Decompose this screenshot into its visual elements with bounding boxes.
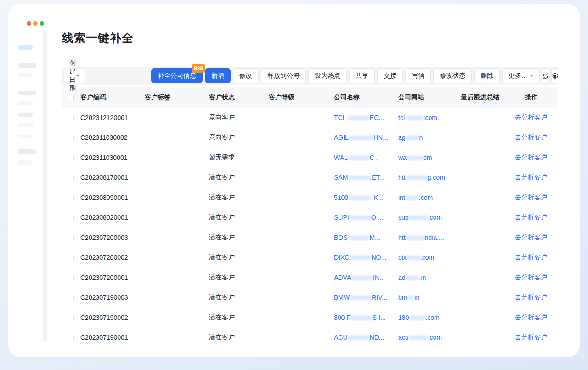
company-name-link[interactable]: 800 FxxxxxxxxS I... bbox=[333, 314, 397, 321]
share-button[interactable]: 共享 bbox=[349, 68, 375, 83]
table-row: C202312120001 意向客户 TCL xxxxxxxxEC... tcl… bbox=[62, 108, 558, 128]
complete-company-info-button[interactable]: 补全公司信息999 bbox=[151, 68, 203, 83]
redacted-text: xxxxxx bbox=[407, 114, 424, 121]
row-checkbox[interactable] bbox=[68, 335, 74, 341]
customer-status: 潜在客户 bbox=[208, 173, 267, 182]
company-name-link[interactable]: 5100xxxxxxxx IK... bbox=[333, 194, 397, 201]
button-label: 修改状态 bbox=[440, 72, 465, 80]
table-row: C202311030002 意向客户 AGILxxxxxxxxxHN... ag… bbox=[62, 128, 558, 148]
company-name-link[interactable]: BMWxxxxxxxxRIV... bbox=[333, 294, 397, 301]
company-name-link[interactable]: TCL xxxxxxxxEC... bbox=[333, 114, 397, 121]
button-label: 共享 bbox=[356, 72, 368, 80]
analyze-customer-link[interactable]: 去分析客户 bbox=[515, 154, 547, 162]
row-checkbox[interactable] bbox=[68, 175, 74, 181]
set-hot-button[interactable]: 设为热点 bbox=[308, 68, 347, 83]
company-website-link[interactable]: adxxxxx.in bbox=[397, 274, 459, 281]
redacted-text: xx bbox=[407, 294, 413, 301]
analyze-customer-link[interactable]: 去分析客户 bbox=[515, 333, 547, 342]
sidebar-item-skeleton bbox=[18, 160, 33, 165]
redacted-text: xxxxx bbox=[406, 274, 419, 281]
handover-button[interactable]: 交接 bbox=[377, 68, 403, 83]
more-button[interactable]: 更多... bbox=[502, 68, 540, 83]
header-customer-level: 客户等级 bbox=[267, 93, 333, 102]
company-name-link[interactable]: SAMxxxxxxxx.ET... bbox=[333, 174, 397, 181]
company-website-link[interactable]: agxxxxxn bbox=[397, 134, 459, 141]
company-name-link[interactable]: SUPIxxxxxxxxO ... bbox=[333, 214, 397, 221]
button-label: 交接 bbox=[384, 72, 396, 80]
company-website-link[interactable]: waxxxxxxom bbox=[397, 154, 459, 161]
redacted-text: xxxxxxxx bbox=[351, 314, 373, 321]
refresh-icon bbox=[542, 73, 549, 80]
app-window: 线索一键补全 创建日期 补全公司信息999新增修改释放到公海设为热点共享交接写信… bbox=[8, 4, 580, 357]
row-checkbox[interactable] bbox=[68, 275, 74, 281]
sidebar-item-skeleton bbox=[18, 91, 36, 95]
redacted-text: xxxxxxxx bbox=[348, 234, 370, 241]
row-checkbox[interactable] bbox=[68, 215, 74, 221]
customer-code: C202307200003 bbox=[79, 234, 143, 241]
company-name-link[interactable]: ADVAxxxxxxxxIN... bbox=[333, 274, 397, 281]
customer-code: C202307190003 bbox=[79, 294, 143, 301]
analyze-customer-link[interactable]: 去分析客户 bbox=[515, 173, 547, 182]
add-button[interactable]: 新增 bbox=[205, 68, 231, 83]
settings-button[interactable] bbox=[551, 68, 559, 83]
row-checkbox[interactable] bbox=[68, 135, 74, 141]
row-checkbox[interactable] bbox=[68, 315, 74, 321]
customer-status: 暂无需求 bbox=[208, 154, 267, 162]
delete-button[interactable]: 删除 bbox=[474, 68, 500, 83]
company-name-link[interactable]: DIXCxxxxxxxxNO... bbox=[333, 254, 397, 261]
header-company-name: 公司名称 bbox=[333, 93, 397, 102]
sidebar-active-item-skeleton[interactable] bbox=[18, 45, 33, 50]
customer-status: 潜在客户 bbox=[208, 213, 267, 222]
customer-table: 客户编码 客户标签 客户状态 客户等级 公司名称 公司网站 最后跟进总结 操作 … bbox=[62, 87, 558, 347]
write-email-button[interactable]: 写信 bbox=[405, 68, 431, 83]
company-website-link[interactable]: tcl-xxxxxx.com bbox=[397, 114, 459, 121]
customer-status: 潜在客户 bbox=[208, 194, 267, 202]
scrollbar-track[interactable] bbox=[43, 31, 47, 342]
refresh-button[interactable] bbox=[542, 68, 549, 83]
redacted-text: xxxxxxxx bbox=[348, 154, 370, 161]
analyze-customer-link[interactable]: 去分析客户 bbox=[515, 213, 547, 222]
create-date-filter-select[interactable]: 创建日期 bbox=[63, 68, 85, 83]
toolbar: 创建日期 补全公司信息999新增修改释放到公海设为热点共享交接写信修改状态删除更… bbox=[62, 67, 558, 85]
release-to-public-pool-button[interactable]: 释放到公海 bbox=[261, 68, 306, 83]
analyze-customer-link[interactable]: 去分析客户 bbox=[515, 293, 547, 302]
chevron-down-icon bbox=[530, 75, 533, 79]
row-checkbox[interactable] bbox=[68, 195, 74, 201]
change-status-button[interactable]: 修改状态 bbox=[433, 68, 472, 83]
company-website-link[interactable]: bmxx in bbox=[397, 294, 459, 301]
row-checkbox[interactable] bbox=[68, 235, 74, 241]
company-name-link[interactable]: AGILxxxxxxxxxHN... bbox=[333, 134, 397, 141]
company-website-link[interactable]: supxxxxxxx.com bbox=[397, 214, 459, 221]
analyze-customer-link[interactable]: 去分析客户 bbox=[515, 253, 547, 262]
analyze-customer-link[interactable]: 去分析客户 bbox=[515, 133, 547, 142]
company-website-link[interactable]: httxxxxxxxxg.com bbox=[397, 174, 459, 181]
main-content: 线索一键补全 创建日期 补全公司信息999新增修改释放到公海设为热点共享交接写信… bbox=[62, 4, 558, 347]
sidebar-item-skeleton bbox=[18, 123, 34, 127]
edit-button[interactable]: 修改 bbox=[233, 68, 259, 83]
table-row: C202307200001 潜在客户 ADVAxxxxxxxxIN... adx… bbox=[62, 268, 558, 288]
row-checkbox[interactable] bbox=[68, 295, 74, 301]
table-body: C202312120001 意向客户 TCL xxxxxxxxEC... tcl… bbox=[62, 108, 558, 347]
company-name-link[interactable]: ACUxxxxxxxxND... bbox=[333, 334, 397, 341]
redacted-text: xxxxxxxx bbox=[348, 114, 370, 121]
header-customer-tag: 客户标签 bbox=[143, 93, 208, 102]
company-name-link[interactable]: WALxxxxxxxxC . bbox=[333, 154, 397, 161]
row-checkbox[interactable] bbox=[68, 115, 74, 121]
select-all-checkbox[interactable] bbox=[68, 95, 74, 101]
company-website-link[interactable]: httxxxxxxxndia.... bbox=[397, 234, 459, 241]
customer-status: 潜在客户 bbox=[208, 333, 267, 342]
header-customer-status: 客户状态 bbox=[208, 93, 267, 102]
analyze-customer-link[interactable]: 去分析客户 bbox=[515, 194, 547, 202]
company-website-link[interactable]: acuxxxxxxx.com bbox=[397, 334, 459, 341]
analyze-customer-link[interactable]: 去分析客户 bbox=[515, 273, 547, 282]
company-website-link[interactable]: dixxxxxx.com bbox=[397, 254, 459, 261]
analyze-customer-link[interactable]: 去分析客户 bbox=[515, 114, 547, 122]
company-website-link[interactable]: 180xxxxxx.com bbox=[397, 314, 459, 321]
table-row: C202311030001 暂无需求 WALxxxxxxxxC . waxxxx… bbox=[62, 148, 558, 168]
row-checkbox[interactable] bbox=[68, 255, 74, 261]
company-website-link[interactable]: intxxxxx.com bbox=[397, 194, 459, 201]
row-checkbox[interactable] bbox=[68, 155, 74, 161]
analyze-customer-link[interactable]: 去分析客户 bbox=[515, 233, 547, 242]
analyze-customer-link[interactable]: 去分析客户 bbox=[515, 313, 547, 322]
company-name-link[interactable]: BOSxxxxxxxxM... bbox=[333, 234, 397, 241]
